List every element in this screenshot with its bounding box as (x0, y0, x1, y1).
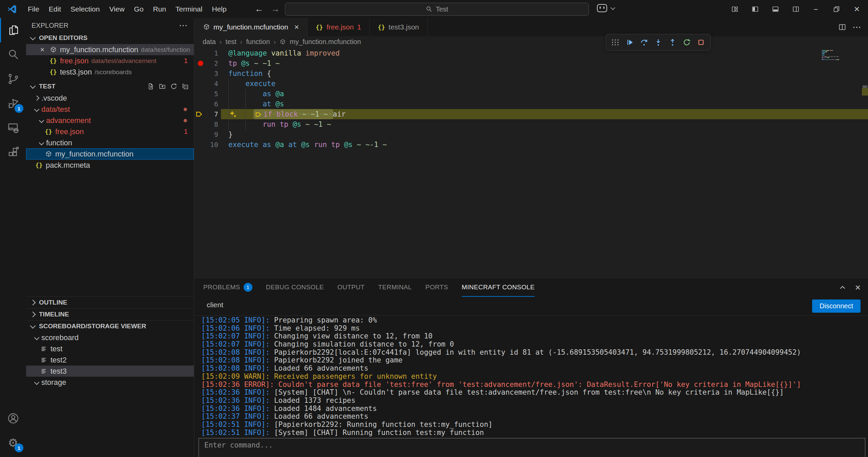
continue-button[interactable] (624, 36, 636, 49)
restart-button[interactable] (681, 36, 693, 49)
tree-item-my_function.mcfunction[interactable]: my_function.mcfunction (26, 148, 194, 160)
menu-help[interactable]: Help (207, 0, 231, 18)
step-out-button[interactable] (666, 36, 679, 49)
panel-tab-terminal[interactable]: TERMINAL (378, 278, 412, 297)
menu-selection[interactable]: Selection (66, 0, 104, 18)
gutter[interactable]: 8 (194, 119, 221, 129)
menu-edit[interactable]: Edit (44, 0, 66, 18)
restore-icon[interactable] (829, 1, 844, 17)
settings-button[interactable]: ⚙ 1 (0, 431, 26, 455)
activity-run-debug[interactable]: 1 (0, 91, 26, 116)
gutter[interactable]: 1 (194, 48, 221, 58)
tab-test3.json[interactable]: {}test3.json (370, 18, 428, 36)
tree-item-advancement[interactable]: advancement (26, 115, 194, 126)
step-into-button[interactable] (652, 36, 664, 49)
viewer-item-scoreboard[interactable]: scoreboard (26, 332, 194, 343)
code-text: } (221, 129, 868, 140)
copilot-button[interactable] (597, 4, 617, 12)
toggle-sidebar-icon[interactable] (747, 1, 763, 17)
breadcrumb-item[interactable]: test (226, 38, 236, 46)
breakpoint-icon[interactable] (198, 61, 203, 66)
gutter[interactable]: 10 (194, 140, 221, 150)
scrollbar[interactable] (863, 85, 867, 88)
panel-tab-output[interactable]: OUTPUT (337, 278, 365, 297)
close-icon[interactable]: × (38, 45, 46, 54)
activity-search[interactable] (0, 42, 26, 67)
toggle-panel-icon[interactable] (768, 1, 783, 17)
new-file-icon[interactable] (147, 83, 154, 90)
breadcrumb-item[interactable]: data (203, 38, 216, 46)
open-editor-item[interactable]: {}free.jsondata/test/advancement1 (26, 55, 194, 66)
panel-tab-minecraft-console[interactable]: MINECRAFT CONSOLE (462, 278, 535, 297)
back-icon[interactable]: ← (255, 4, 264, 14)
breadcrumb-item[interactable]: my_function.mcfunction (290, 38, 361, 46)
gutter[interactable]: 4 (194, 79, 221, 89)
command-input[interactable]: Enter command... (199, 438, 865, 457)
scoreboard-viewer-header[interactable]: SCOREBOARD/STORAGE VIEWER (26, 320, 194, 332)
close-icon[interactable]: × (849, 1, 865, 17)
breadcrumb-item[interactable]: function (246, 38, 270, 46)
viewer-item-test3[interactable]: test3 (26, 366, 194, 377)
more-actions-icon[interactable]: ⋯ (179, 20, 188, 31)
gutter[interactable]: 3 (194, 68, 221, 79)
new-folder-icon[interactable] (159, 83, 166, 90)
menu-file[interactable]: File (23, 0, 44, 18)
activity-source-control[interactable] (0, 67, 26, 91)
sidebar-title: EXPLORER (32, 22, 68, 29)
collapse-all-icon[interactable] (182, 83, 189, 90)
gutter[interactable]: 9 (194, 129, 221, 140)
panel-tab-ports[interactable]: PORTS (426, 278, 448, 297)
activity-extensions[interactable] (0, 140, 26, 164)
activity-explorer[interactable] (0, 18, 26, 42)
step-over-button[interactable] (638, 36, 650, 49)
viewer-item-test2[interactable]: test2 (26, 354, 194, 366)
tree-label: scoreboard (41, 333, 79, 342)
gutter[interactable]: 7 (194, 109, 221, 119)
forward-icon[interactable]: → (271, 4, 280, 14)
minimap[interactable] (822, 50, 859, 60)
open-editors-header[interactable]: OPEN EDITORS (26, 32, 194, 44)
menu-run[interactable]: Run (148, 0, 171, 18)
tab-free.json[interactable]: {}free.json1 (308, 18, 370, 36)
drag-grip[interactable] (609, 36, 622, 49)
timeline-header[interactable]: TIMELINE (26, 308, 194, 320)
gutter[interactable]: 2 (194, 58, 221, 68)
workspace-header[interactable]: TEST (26, 81, 194, 92)
tree-item-pack.mcmeta[interactable]: {}pack.mcmeta (26, 160, 194, 171)
sparkle-icon[interactable] (229, 110, 237, 118)
viewer-item-test[interactable]: test (26, 343, 194, 354)
tab-my_function.mcfunction[interactable]: my_function.mcfunction× (194, 18, 308, 36)
panel-tab-debug-console[interactable]: DEBUG CONSOLE (266, 278, 324, 297)
outline-header[interactable]: OUTLINE (26, 296, 194, 308)
more-actions-icon[interactable]: ⋯ (852, 22, 862, 33)
open-editor-item[interactable]: ×my_function.mcfunctiondata/test/functio… (26, 44, 194, 55)
gutter[interactable]: 5 (194, 89, 221, 99)
accounts-button[interactable] (0, 406, 26, 431)
panel-tab-problems[interactable]: PROBLEMS1 (203, 278, 252, 297)
tree-item-free.json[interactable]: {}free.json1 (26, 126, 194, 137)
menu-view[interactable]: View (104, 0, 129, 18)
stop-button[interactable] (695, 36, 707, 49)
gutter[interactable]: 6 (194, 99, 221, 109)
menu-terminal[interactable]: Terminal (171, 0, 207, 18)
maximize-panel-icon[interactable] (839, 284, 846, 291)
refresh-icon[interactable] (170, 83, 178, 90)
disconnect-button[interactable]: Disconnect (812, 299, 861, 313)
tree-item-function[interactable]: function (26, 137, 194, 148)
panel-tab-label: TERMINAL (378, 278, 412, 296)
activity-remote-explorer[interactable] (0, 116, 26, 140)
open-editor-item[interactable]: {}test3.json/scoreboards (26, 66, 194, 78)
minimize-icon[interactable] (808, 1, 824, 17)
split-editor-icon[interactable] (838, 23, 846, 31)
viewer-item-storage[interactable]: storage (26, 377, 194, 388)
customize-layout-icon[interactable] (727, 1, 743, 17)
close-icon[interactable]: × (294, 22, 299, 32)
close-panel-icon[interactable]: × (855, 282, 861, 293)
tree-item-.vscode[interactable]: .vscode (26, 92, 194, 104)
code-editor[interactable]: 1@language vanilla improved2tp @s ~ ~1 ~… (194, 47, 868, 278)
json-file-icon: {} (378, 23, 385, 31)
toggle-secondary-sidebar-icon[interactable] (788, 1, 804, 17)
command-center-search[interactable]: Test (285, 3, 589, 16)
menu-go[interactable]: Go (129, 0, 148, 18)
tree-item-data/test[interactable]: data/test (26, 104, 194, 115)
